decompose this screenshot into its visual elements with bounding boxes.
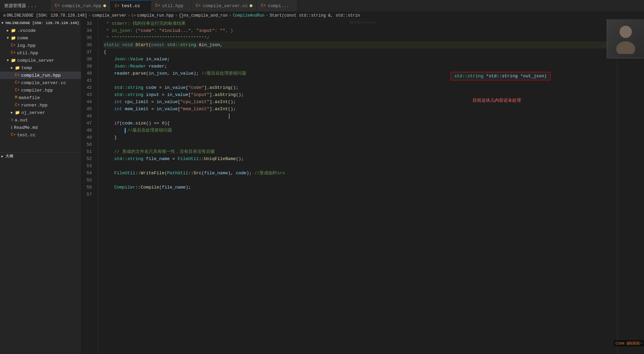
str-input: "input"	[191, 91, 210, 98]
person-silhouette	[614, 23, 638, 54]
ln-40: 40	[81, 70, 95, 77]
var-in-value43: in_value	[167, 91, 188, 98]
breadcrumb-path1[interactable]: compile_server	[92, 13, 126, 18]
punct-scope52: ::	[199, 155, 204, 162]
sidebar-label-test-cc: test.cc	[17, 133, 36, 138]
breadcrumb-sep3: ›	[175, 13, 178, 18]
var-in-value44: in_value	[157, 98, 178, 105]
tab-compile-server[interactable]: C+ compile_server.cc	[192, 0, 257, 12]
breadcrumb-path5[interactable]: Start(const std::string &, std::strin	[270, 13, 360, 18]
webcam-overlay	[607, 19, 644, 58]
code-line-55	[104, 177, 617, 184]
punct-comma: ,	[220, 41, 223, 48]
tab-compi[interactable]: C+ compi...	[257, 0, 297, 12]
var-code: code	[146, 84, 157, 91]
csdn-badge: CSDN @陈陈陈~	[614, 340, 644, 347]
indent-40	[104, 70, 114, 77]
punct-close40: );	[193, 70, 199, 77]
var-cpu-limit: cpu_limit	[125, 98, 148, 105]
sidebar-item-vscode[interactable]: ▶ 📁 .vscode	[0, 27, 81, 34]
sidebar-item-aout[interactable]: ≡ a.out	[0, 116, 81, 124]
punct-bracket44b: ].	[209, 98, 215, 105]
punct-bracket43b: ].	[209, 91, 215, 98]
tab-util-hpp[interactable]: C+ util.hpp	[151, 0, 192, 12]
indent-38	[104, 56, 114, 63]
punct-close44: ();	[228, 98, 236, 105]
tab-explorer[interactable]: 资源管理器 ...	[0, 0, 51, 12]
tab-icon-compile-run: C+	[55, 3, 60, 8]
minimap[interactable]	[617, 19, 644, 354]
svg-point-1	[616, 41, 635, 54]
ln-42: 42	[81, 84, 95, 91]
breadcrumb-root[interactable]: ONLINEJUDGE [SSH: 120.78.126.148]	[7, 13, 87, 18]
fn-start: Start	[136, 41, 149, 48]
sidebar-item-compiler-hpp[interactable]: C+ compiler.hpp	[0, 86, 81, 94]
sidebar-label-makefile: makefile	[19, 95, 40, 100]
sidebar-label-comm: comm	[17, 36, 28, 41]
var-input: input	[146, 91, 159, 98]
str-mem-limit: "mem_limit"	[180, 105, 209, 113]
sidebar-item-makefile[interactable]: M makefile	[0, 94, 81, 101]
kw-void: void	[122, 41, 136, 48]
ln-48: 48	[81, 127, 95, 134]
breadcrumb-path4[interactable]: CompileAndRun	[233, 13, 265, 18]
sidebar-item-readme[interactable]: ℹ ReadMe.md	[0, 124, 81, 131]
breadcrumb-path3[interactable]: ns_compile_and_run	[184, 13, 228, 18]
indent-44	[104, 98, 114, 105]
ln-37: 37	[81, 48, 95, 56]
ln-35: 35	[81, 34, 95, 41]
explorer-dots: ...	[27, 3, 37, 8]
tab-icon-test-cc: C+	[115, 4, 119, 8]
sidebar-item-temp[interactable]: ▶ 📁 temp	[0, 64, 81, 72]
type-std-string42: std::string	[114, 84, 146, 91]
indent-45	[104, 105, 114, 113]
indent-56	[104, 184, 114, 191]
var-in-value2: in_value	[172, 70, 193, 77]
code-line-43: std::string input = in_value["input"].as…	[104, 91, 617, 98]
punct-brace47: ){	[165, 120, 170, 127]
punct-close52: ();	[236, 155, 244, 162]
tab-label-compile-server: compile_server.cc	[203, 3, 248, 8]
hover-popup-var: std::string *out_json)	[489, 74, 547, 79]
sidebar-item-runner-hpp[interactable]: C+ runner.hpp	[0, 101, 81, 109]
sidebar-item-test-cc[interactable]: C+ test.cc	[0, 131, 81, 139]
code-line-53	[104, 162, 617, 170]
sidebar-item-log-hpp[interactable]: C+ log.hpp	[0, 42, 81, 49]
ln-52: 52	[81, 155, 95, 162]
outline-section-header[interactable]: ▶ 大纲	[0, 152, 81, 160]
tab-test-cc[interactable]: C+ test.cc	[110, 0, 151, 12]
breadcrumb-path3-icon: {}	[179, 13, 184, 18]
code-line-34: * in_json: {"code": "#includ...", "input…	[104, 27, 617, 34]
breadcrumb-path2[interactable]: compile_run.hpp	[137, 13, 174, 18]
sidebar-item-compile-server-cc[interactable]: C+ compile_server.cc	[0, 79, 81, 86]
folder-icon-comm: 📁	[11, 36, 16, 41]
tab-label-util-hpp: util.hpp	[162, 3, 183, 8]
kw-if47: if	[114, 120, 120, 127]
sidebar-item-comm[interactable]: ▼ 📁 comm	[0, 34, 81, 42]
sidebar-item-util-hpp[interactable]: C+ util.hpp	[0, 49, 81, 57]
code-editor[interactable]: * stderr: 找的任务运行完的标准结果 * in_json: {"code…	[98, 19, 617, 354]
sidebar-item-onlinejudge[interactable]: ▼ ONLINEJUDGE [SSH: 120.78.126.148]	[0, 19, 81, 27]
punct-paren56a: (	[159, 184, 162, 191]
indent-54	[104, 170, 114, 177]
sidebar-item-oj-server[interactable]: ▶ 📁 oj_server	[0, 109, 81, 116]
var-code54: code	[236, 170, 246, 177]
tab-bar: 资源管理器 ... C+ compile_run.hpp C+ test.cc …	[0, 0, 644, 12]
type-fileutil52: FileUtil	[178, 155, 199, 162]
punct-paren47b: () ==	[146, 120, 162, 127]
outline-label: 大纲	[5, 154, 13, 159]
tab-compile-run[interactable]: C+ compile_run.hpp	[51, 0, 110, 12]
tab-icon-util-hpp: C+	[155, 3, 160, 8]
sidebar-label-onlinejudge: ONLINEJUDGE [SSH: 120.78.126.148]	[5, 21, 79, 25]
fn-size47: size	[136, 120, 146, 127]
op-43: =	[159, 91, 167, 98]
file-icon-makefile: M	[15, 95, 17, 100]
line-numbers: 33 34 35 36 37 38 39 40 41 42 43 44 45 4…	[81, 19, 98, 354]
kw-const: const	[151, 41, 167, 48]
sidebar-item-compile-run-hpp[interactable]: C+ compile_run.hpp	[0, 72, 81, 79]
tab-label-test-cc: test.cc	[122, 3, 140, 8]
fn-writefile: WriteFile	[141, 170, 164, 177]
ln-44: 44	[81, 98, 95, 105]
sidebar-item-compile-server[interactable]: ▼ 📁 compile_server	[0, 57, 81, 64]
type-fileutil54: FileUtil	[114, 170, 135, 177]
